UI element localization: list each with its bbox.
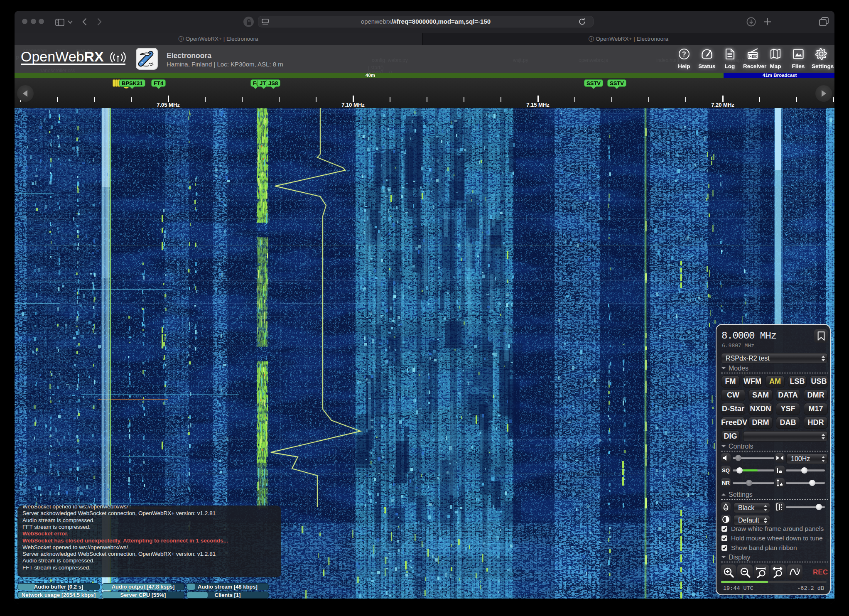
- svg-text:?: ?: [682, 51, 686, 58]
